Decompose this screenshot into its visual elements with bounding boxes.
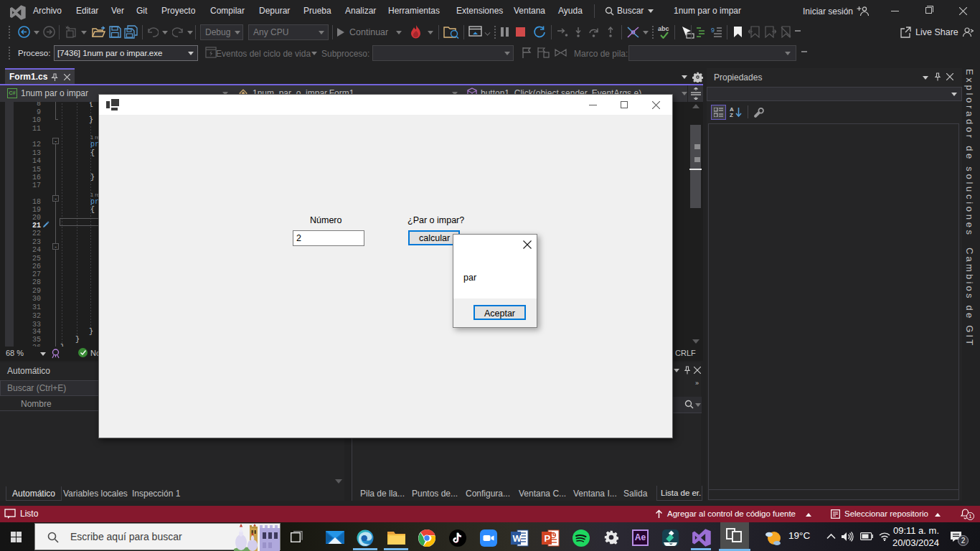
- svg-text:W: W: [513, 533, 522, 544]
- svg-text:9: 9: [711, 27, 715, 34]
- svg-text:P: P: [545, 533, 551, 544]
